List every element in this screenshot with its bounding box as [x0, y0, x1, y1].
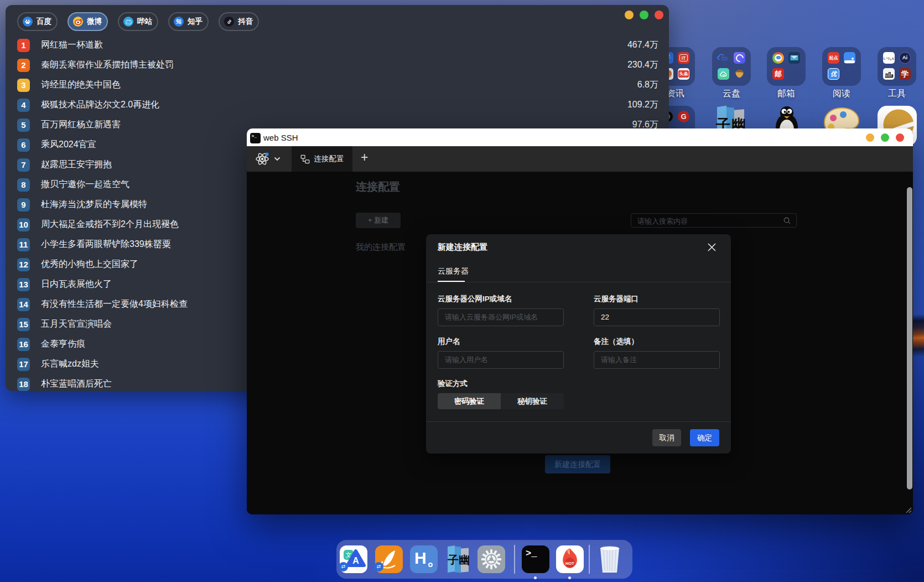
svg-text:HOT: HOT	[565, 561, 574, 566]
svg-text:A: A	[352, 556, 359, 565]
